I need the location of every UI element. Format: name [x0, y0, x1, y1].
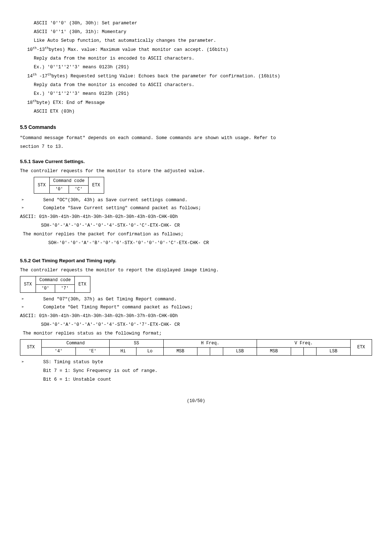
- sec551-intro: The controller requests for the monitor …: [20, 167, 372, 175]
- cell-lo: Lo: [136, 347, 163, 355]
- cell-vfreq: V Freq.: [257, 339, 351, 347]
- bullet-text: Complete "Get Timing Report" command pac…: [43, 304, 193, 311]
- sec552-replies: The monitor replies status as the follow…: [23, 330, 372, 337]
- reply-encoded-1: Reply data from the monitor is encoded t…: [34, 55, 372, 62]
- cell-0: '0': [36, 284, 55, 292]
- arrow-icon: ➢: [21, 296, 43, 303]
- arrow-icon: ➢: [21, 358, 43, 366]
- sec551-replies: The monitor replies the packet for confi…: [23, 231, 372, 238]
- sec552-ascii: ASCII: 01h-30h-41h-30h-41h-30h-34h-02h-3…: [20, 312, 372, 320]
- sec552-soh1: SOH-'0'-'A'-'0'-'A'-'0'-'4'-STX-'0'-'7'-…: [41, 321, 372, 328]
- auto-setup-note: Like Auto Setup function, that automatic…: [34, 37, 372, 44]
- bytes-14-17: 14th -17thbytes) Requested setting Value…: [27, 72, 372, 80]
- cell-hfreq: H Freq.: [163, 339, 257, 347]
- cell-command-code: Command code: [49, 177, 88, 185]
- cell-msb: MSB: [163, 347, 197, 355]
- reply-encoded-2: Reply data from the monitor is encoded t…: [34, 81, 372, 89]
- arrow-icon: ➢: [21, 204, 43, 212]
- cell-etx: ETX: [89, 177, 104, 193]
- cell-etx: ETX: [75, 276, 90, 292]
- byte-18: 18thbyte) ETX: End of Message: [27, 99, 372, 106]
- sec552-intro: The controller requests the monitor to r…: [20, 267, 372, 274]
- ascii-set-parameter: ASCII '0''0' (30h, 30h): Set parameter: [34, 20, 372, 27]
- bullet-complete-get-timing: ➢ Complete "Get Timing Report" command p…: [21, 304, 372, 311]
- cell-blank: [197, 347, 210, 355]
- cell-e: 'E': [75, 347, 110, 355]
- example-1: Ex.) '0''1''2''3' means 0123h (291): [34, 64, 372, 71]
- bytes-10-13: 10th-13thbytes) Max. value: Maximum valu…: [27, 46, 372, 53]
- arrow-icon: ➢: [21, 304, 43, 311]
- cell-command: Command: [42, 339, 110, 347]
- example-2: Ex.) '0''1''2''3' means 0123h (291): [34, 90, 372, 97]
- cell-msb: MSB: [257, 347, 291, 355]
- bullet-text: SS: Timing status byte: [43, 358, 103, 366]
- sec551-soh1: SOH-'0'-'A'-'0'-'A'-'0'-'4'-STX-'0'-'C'-…: [41, 222, 372, 229]
- cell-lsb: LSB: [223, 347, 257, 355]
- sec551-soh2: SOH-'0'-'0'-'A'-'B'-'0'-'6'-STX-'0'-'0'-…: [48, 239, 372, 247]
- heading-5-5-2: 5.5.2 Get Timing Report and Timing reply…: [20, 257, 372, 265]
- command-table-551: STX Command code ETX '0' 'C': [34, 177, 104, 193]
- bullet-text: Send "OC"(30h, 43h) as Save current sett…: [43, 197, 188, 204]
- cell-7: '7': [55, 284, 75, 292]
- sec551-ascii: ASCII: 01h-30h-41h-30h-41h-30h-34h-02h-3…: [20, 213, 372, 220]
- bullet-text: Complete "Save Current setting" command …: [43, 204, 201, 212]
- cell-lsb: LSB: [317, 347, 351, 355]
- bullet-ss: ➢ SS: Timing status byte: [21, 358, 372, 366]
- bullet-send-oc: ➢ Send "OC"(30h, 43h) as Save current se…: [21, 197, 372, 204]
- ascii-momentary: ASCII '0''1' (30h, 31h): Momentary: [34, 28, 372, 36]
- cell-4: '4': [42, 347, 76, 355]
- cell-stx: STX: [20, 276, 36, 292]
- bullet-text: Send "07"(30h, 37h) as Get Timing Report…: [43, 296, 177, 303]
- command-table-552: STX Command code ETX '0' '7': [20, 276, 90, 292]
- bullet-complete-save: ➢ Complete "Save Current setting" comman…: [21, 204, 372, 212]
- cell-blank: [291, 347, 303, 355]
- cell-etx: ETX: [351, 339, 372, 355]
- cell-ss: SS: [110, 339, 163, 347]
- sec55-p2: section 7 to 13.: [20, 143, 372, 150]
- arrow-icon: ➢: [21, 197, 43, 204]
- bullet-send-07: ➢ Send "07"(30h, 37h) as Get Timing Repo…: [21, 296, 372, 303]
- timing-reply-table: STX Command SS H Freq. V Freq. ETX '4' '…: [20, 339, 372, 356]
- cell-blank: [304, 347, 317, 355]
- cell-stx: STX: [34, 177, 50, 193]
- cell-0: '0': [49, 185, 69, 193]
- ascii-etx: ASCII ETX (03h): [34, 108, 372, 115]
- bit7-line: Bit 7 = 1: Sync Frequency is out of rang…: [43, 367, 372, 374]
- cell-c: 'C': [69, 185, 89, 193]
- cell-command-code: Command code: [36, 276, 74, 284]
- heading-5-5-1: 5.5.1 Save Current Settings.: [20, 158, 372, 166]
- cell-blank: [210, 347, 223, 355]
- heading-5-5: 5.5 Commands: [20, 123, 372, 131]
- page-number: (10/50): [20, 398, 372, 405]
- bit6-line: Bit 6 = 1: Unstable count: [43, 376, 372, 383]
- cell-hi: Hi: [110, 347, 136, 355]
- sec55-p1: "Command message format" depends on each…: [20, 134, 372, 142]
- cell-stx: STX: [20, 339, 42, 355]
